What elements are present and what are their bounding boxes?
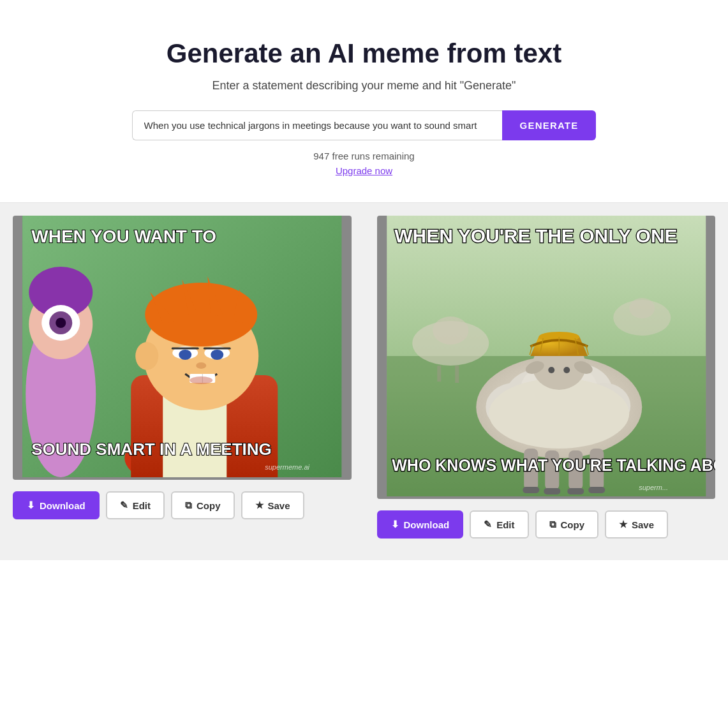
meme-image-1: WHEN YOU WANT TO SOUND SMART IN A MEETIN… — [13, 216, 352, 480]
header-section: Generate an AI meme from text Enter a st… — [0, 0, 728, 196]
svg-rect-64 — [567, 488, 584, 494]
svg-rect-62 — [523, 487, 539, 493]
svg-rect-63 — [544, 488, 560, 494]
svg-point-19 — [196, 362, 206, 369]
meme1-copy-button[interactable]: ⧉ Copy — [171, 491, 235, 519]
svg-text:WHO KNOWS WHAT YOU'RE TALKING : WHO KNOWS WHAT YOU'RE TALKING ABOUT — [392, 456, 715, 474]
page-subtitle: Enter a statement describing your meme a… — [13, 79, 715, 93]
svg-text:supermeme.ai: supermeme.ai — [265, 463, 309, 471]
runs-remaining: 947 free runs remaining — [13, 151, 715, 161]
meme1-svg: WHEN YOU WANT TO SOUND SMART IN A MEETIN… — [13, 216, 352, 477]
svg-text:WHEN YOU WANT TO: WHEN YOU WANT TO — [31, 227, 216, 246]
meme1-actions: ⬇ Download ✎ Edit ⧉ Copy ★ Save — [13, 491, 304, 519]
copy-icon: ⧉ — [549, 519, 556, 530]
svg-point-20 — [135, 342, 158, 370]
svg-text:WHEN YOU'RE THE ONLY ONE: WHEN YOU'RE THE ONLY ONE — [394, 225, 677, 246]
meme2-download-button[interactable]: ⬇ Download — [377, 510, 464, 539]
svg-point-13 — [179, 350, 191, 360]
svg-point-34 — [433, 316, 468, 345]
search-row: GENERATE — [13, 110, 715, 140]
meme2-copy-button[interactable]: ⧉ Copy — [535, 510, 599, 539]
svg-point-14 — [211, 350, 223, 360]
memes-grid: WHEN YOU WANT TO SOUND SMART IN A MEETIN… — [0, 203, 728, 560]
meme1-save-button[interactable]: ★ Save — [241, 491, 304, 519]
star-icon: ★ — [619, 519, 627, 530]
svg-point-26 — [56, 318, 66, 328]
edit-icon: ✎ — [484, 519, 492, 530]
svg-rect-65 — [588, 487, 605, 493]
svg-text:SOUND SMART IN A MEETING: SOUND SMART IN A MEETING — [31, 440, 272, 459]
svg-point-38 — [629, 298, 655, 318]
meme1-download-button[interactable]: ⬇ Download — [13, 491, 100, 519]
meme2-save-button[interactable]: ★ Save — [605, 510, 668, 539]
download-icon: ⬇ — [27, 500, 35, 511]
svg-point-47 — [548, 367, 554, 373]
page-title: Generate an AI meme from text — [13, 38, 715, 69]
upgrade-link[interactable]: Upgrade now — [336, 165, 392, 176]
meme2-actions: ⬇ Download ✎ Edit ⧉ Copy ★ Save — [377, 510, 669, 539]
meme2-svg: WHEN YOU'RE THE ONLY ONE WHO KNOWS WHAT … — [377, 216, 716, 496]
star-icon: ★ — [255, 500, 264, 511]
edit-icon: ✎ — [120, 500, 128, 511]
meme-card-1: WHEN YOU WANT TO SOUND SMART IN A MEETIN… — [0, 203, 364, 560]
meme-image-2: WHEN YOU'RE THE ONLY ONE WHO KNOWS WHAT … — [377, 216, 716, 499]
download-icon: ⬇ — [391, 519, 399, 530]
meme1-edit-button[interactable]: ✎ Edit — [106, 491, 165, 519]
generate-button[interactable]: GENERATE — [502, 110, 597, 140]
copy-icon: ⧉ — [185, 500, 192, 511]
svg-point-27 — [189, 376, 212, 384]
meme-card-2: WHEN YOU'RE THE ONLY ONE WHO KNOWS WHAT … — [364, 203, 729, 560]
meme2-edit-button[interactable]: ✎ Edit — [470, 510, 528, 539]
svg-point-48 — [563, 367, 570, 373]
svg-text:superm...: superm... — [639, 484, 668, 491]
meme-text-input[interactable] — [132, 110, 502, 140]
